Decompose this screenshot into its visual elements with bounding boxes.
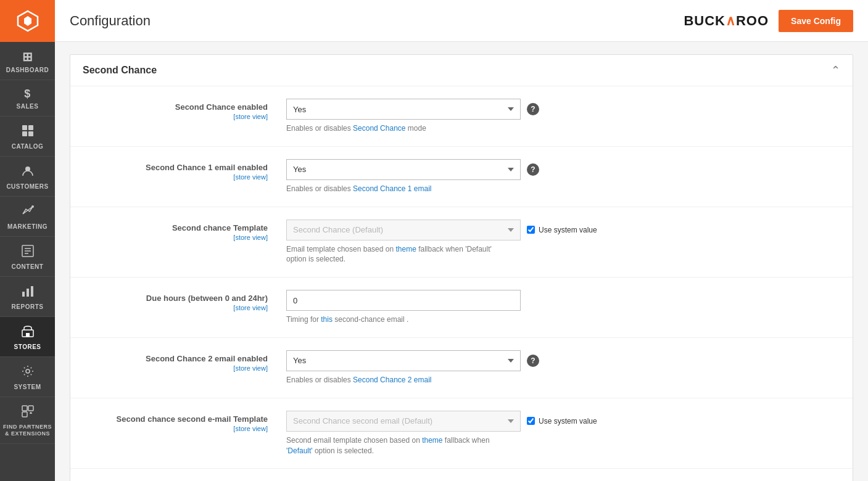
field-second-chance-second-email-template: Second chance second e-mail Template [st…	[70, 398, 853, 469]
help-icon[interactable]: ?	[527, 355, 539, 367]
store-view-link[interactable]: [store view]	[70, 304, 268, 311]
field-hint: Timing for this second-chance email .	[286, 314, 840, 325]
field-hint: Second email template chosen based on th…	[286, 435, 840, 456]
sidebar-logo	[0, 0, 55, 42]
help-icon[interactable]: ?	[527, 103, 539, 115]
second-chance-template-select[interactable]: Second Chance (Default)	[286, 220, 521, 240]
sidebar-item-label: SYSTEM	[14, 384, 41, 390]
svg-rect-12	[27, 289, 29, 297]
svg-rect-1	[28, 125, 33, 130]
second-chance-second-email-template-select[interactable]: Second Chance second email (Default)	[286, 411, 521, 432]
sidebar-item-content[interactable]: CONTENT	[0, 237, 55, 277]
svg-rect-3	[28, 131, 33, 136]
use-system-value-checkbox[interactable]	[527, 226, 535, 234]
store-view-link[interactable]: [store view]	[70, 425, 268, 432]
svg-point-6	[31, 205, 34, 208]
sidebar-item-label: CONTENT	[12, 263, 44, 270]
svg-point-16	[26, 369, 30, 373]
svg-marker-5	[23, 207, 33, 214]
section-toggle-icon[interactable]: ⌃	[831, 64, 840, 77]
arrow-icon: ∧	[725, 13, 736, 28]
header-right: BUCK∧ROO Save Config	[684, 10, 853, 32]
due-hours-24-input[interactable]	[286, 290, 521, 311]
svg-rect-17	[22, 406, 27, 411]
sidebar-item-catalog[interactable]: CATALOG	[0, 117, 55, 157]
use-system-value-label[interactable]: Use system value	[527, 226, 597, 234]
store-view-link[interactable]: [store view]	[70, 364, 268, 372]
field-second-chance-enabled: Second Chance enabled [store view] Yes N…	[70, 86, 853, 147]
top-header: Configuration BUCK∧ROO Save Config	[55, 0, 868, 42]
sidebar-item-label: FIND PARTNERS & EXTENSIONS	[3, 424, 52, 437]
field-second-chance-2-email: Second Chance 2 email enabled [store vie…	[70, 338, 853, 398]
page-title: Configuration	[70, 13, 151, 29]
reports-icon	[21, 284, 35, 301]
field-label: Second Chance 2 email enabled	[70, 354, 268, 363]
section-title: Second Chance	[83, 65, 157, 76]
catalog-icon	[21, 124, 35, 141]
svg-rect-0	[22, 125, 27, 130]
field-hint: Enables or disables Second Chance 1 emai…	[286, 184, 840, 194]
sidebar-item-label: SALES	[17, 103, 39, 110]
field-second-chance-template: Second chance Template [store view] Seco…	[70, 207, 853, 278]
field-hint: Enables or disables Second Chance 2 emai…	[286, 375, 840, 385]
sidebar-item-label: CUSTOMERS	[6, 183, 48, 190]
field-label: Due hours (between 0 and 24hr)	[70, 294, 268, 303]
use-system-value-label[interactable]: Use system value	[527, 417, 597, 426]
sales-icon: $	[24, 88, 31, 101]
svg-rect-15	[26, 333, 30, 337]
section-body: Second Chance enabled [store view] Yes N…	[70, 86, 853, 481]
svg-rect-13	[31, 286, 33, 297]
store-view-link[interactable]: [store view]	[70, 113, 268, 120]
sidebar-item-find-partners[interactable]: FIND PARTNERS & EXTENSIONS	[0, 397, 55, 444]
main-area: Configuration BUCK∧ROO Save Config Secon…	[55, 0, 868, 481]
content-area: Second Chance ⌃ Second Chance enabled [s…	[55, 42, 868, 481]
second-chance-panel: Second Chance ⌃ Second Chance enabled [s…	[70, 54, 853, 481]
store-view-link[interactable]: [store view]	[70, 173, 268, 181]
stores-icon	[21, 324, 35, 341]
svg-rect-19	[22, 412, 27, 417]
sidebar-item-system[interactable]: SYSTEM	[0, 357, 55, 397]
field-due-hours-72: Due hours (between 0 and 72hr) [store vi…	[70, 469, 853, 481]
sidebar-item-label: REPORTS	[12, 303, 44, 310]
field-label: Second chance second e-mail Template	[70, 414, 268, 424]
sidebar-item-sales[interactable]: $ SALES	[0, 80, 55, 117]
field-due-hours-24: Due hours (between 0 and 24hr) [store vi…	[70, 278, 853, 338]
content-icon	[21, 244, 35, 261]
sidebar-item-label: CATALOG	[12, 143, 43, 150]
field-label: Second chance Template	[70, 223, 268, 232]
svg-rect-11	[22, 292, 25, 297]
marketing-icon	[21, 204, 35, 221]
field-hint: Enables or disables Second Chance mode	[286, 123, 840, 134]
sidebar-item-dashboard[interactable]: ⊞ DASHBOARD	[0, 42, 55, 80]
buckaroo-logo: BUCK∧ROO	[684, 13, 769, 29]
field-second-chance-1-email: Second Chance 1 email enabled [store vie…	[70, 147, 853, 207]
use-system-value-checkbox[interactable]	[527, 417, 535, 425]
field-hint: Email template chosen based on theme fal…	[286, 244, 840, 265]
sidebar: ⊞ DASHBOARD $ SALES CATALOG CUSTOMERS MA…	[0, 0, 55, 481]
sidebar-item-label: MARKETING	[7, 223, 48, 230]
sidebar-item-label: STORES	[14, 343, 41, 350]
store-view-link[interactable]: [store view]	[70, 234, 268, 241]
save-config-button[interactable]: Save Config	[779, 10, 853, 32]
sidebar-item-stores[interactable]: STORES	[0, 317, 55, 357]
customers-icon	[21, 164, 35, 181]
sidebar-item-marketing[interactable]: MARKETING	[0, 197, 55, 237]
sidebar-item-label: DASHBOARD	[6, 67, 49, 73]
second-chance-2-email-select[interactable]: Yes No	[286, 350, 521, 371]
dashboard-icon: ⊞	[22, 49, 33, 64]
field-label: Second Chance enabled	[70, 102, 268, 112]
second-chance-1-email-select[interactable]: Yes No	[286, 159, 521, 180]
system-icon	[21, 364, 35, 381]
svg-rect-18	[28, 406, 33, 411]
sidebar-item-reports[interactable]: REPORTS	[0, 277, 55, 317]
partners-icon	[21, 405, 35, 421]
svg-rect-2	[22, 131, 27, 136]
second-chance-enabled-select[interactable]: Yes No	[286, 99, 521, 120]
help-icon[interactable]: ?	[527, 163, 539, 176]
field-label: Second Chance 1 email enabled	[70, 163, 268, 172]
section-header[interactable]: Second Chance ⌃	[70, 55, 853, 86]
sidebar-item-customers[interactable]: CUSTOMERS	[0, 157, 55, 197]
